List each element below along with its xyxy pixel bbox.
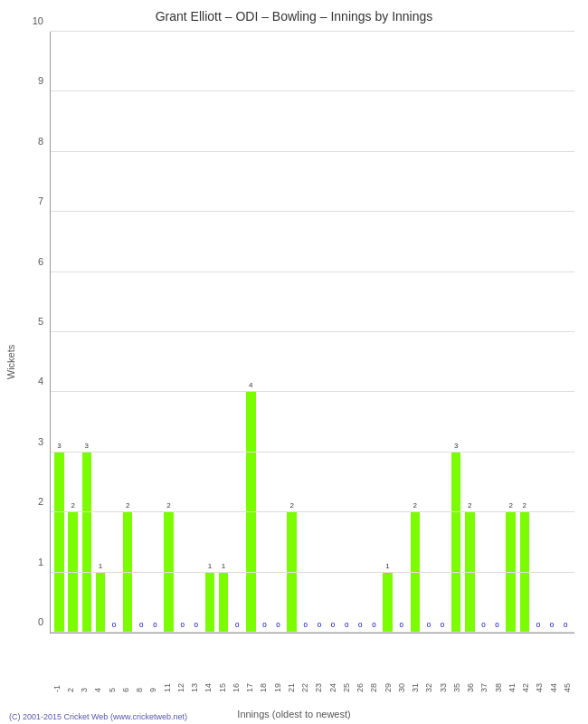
x-axis-label: 45 [563, 638, 572, 692]
bar-group: 0 [189, 32, 203, 633]
bar-value-label: 0 [153, 621, 156, 629]
y-axis-label: 10 [14, 15, 43, 26]
bar-value-label: 0 [180, 621, 184, 629]
x-axis-label: 8 [135, 638, 144, 692]
bar-value-label: 0 [495, 621, 498, 629]
x-axis-label: 4 [93, 638, 102, 692]
x-axis-label: 31 [411, 638, 420, 692]
grid-line [51, 511, 574, 512]
bar-value-label: 0 [427, 621, 431, 629]
bar-value-label: 4 [249, 381, 252, 389]
bar-value-label: 0 [262, 621, 266, 629]
bar-group: 0 [422, 32, 435, 633]
bar-group: 0 [490, 32, 504, 633]
bar: 1 [383, 573, 393, 633]
x-axis-label: 33 [439, 638, 448, 692]
x-axis-label: 43 [535, 638, 544, 692]
x-axis-label: 23 [314, 638, 323, 692]
bars-container: 32310200200110400200000010200320022000 [51, 32, 574, 633]
bar-value-label: 0 [331, 621, 335, 629]
bar-value-label: 0 [441, 621, 444, 629]
bar-value-label: 0 [358, 621, 362, 629]
bar-group: 0 [531, 32, 545, 633]
grid-line [51, 151, 574, 152]
x-axis-label: 25 [342, 638, 351, 692]
bar-value-label: 0 [481, 621, 485, 629]
x-axis-title: Innings (oldest to newest) [237, 709, 350, 719]
x-axis-label: 35 [452, 638, 461, 692]
grid-line [51, 572, 574, 573]
x-axis-label: 9 [148, 638, 157, 692]
bar-group: 2 [66, 32, 80, 633]
bar-value-label: 1 [222, 562, 225, 570]
bar-group: 2 [463, 32, 477, 633]
y-axis-label: 2 [14, 496, 43, 507]
copyright: (C) 2001-2015 Cricket Web (www.cricketwe… [9, 712, 187, 721]
bar-value-label: 0 [112, 621, 116, 629]
bar-group: 0 [312, 32, 326, 633]
bar-group: 2 [504, 32, 517, 633]
bar-value-label: 2 [71, 501, 74, 510]
bar-value-label: 2 [289, 501, 293, 510]
bar-group: 2 [121, 32, 135, 633]
bar: 1 [205, 573, 215, 633]
grid-line [51, 331, 574, 332]
bar-group: 2 [408, 32, 422, 633]
bar: 3 [451, 452, 461, 633]
bar-value-label: 3 [57, 442, 61, 450]
bar-group: 1 [93, 32, 107, 633]
x-axis-label: 3 [80, 638, 89, 692]
bar-value-label: 0 [345, 621, 348, 629]
x-axis-label: 22 [300, 638, 309, 692]
x-axis-label: 12 [176, 638, 185, 692]
bar-value-label: 2 [468, 501, 471, 510]
bar-group: 0 [299, 32, 312, 633]
bar-group: 0 [340, 32, 354, 633]
y-axis-label: 3 [14, 436, 43, 447]
x-axis-label: -1 [52, 638, 62, 692]
chart-container: Grant Elliott – ODI – Bowling – Innings … [0, 0, 588, 724]
bar-value-label: 0 [235, 621, 239, 629]
bar-group: 0 [108, 32, 121, 633]
x-axis-label: 2 [66, 638, 75, 692]
bar-value-label: 2 [523, 501, 526, 510]
grid-line [51, 90, 574, 91]
x-axis-label: 44 [549, 638, 558, 692]
x-axis-label: 37 [479, 638, 488, 692]
bar-value-label: 0 [276, 621, 280, 629]
bar-value-label: 2 [126, 501, 129, 510]
x-axis-label: 6 [121, 638, 130, 692]
chart-area: 32310200200110400200000010200320022000 0… [50, 32, 574, 634]
bar-value-label: 0 [536, 621, 540, 629]
bar-group: 2 [162, 32, 175, 633]
bar-group: 0 [148, 32, 162, 633]
bar-group: 0 [271, 32, 285, 633]
grid-line [51, 211, 574, 212]
bar-group: 2 [517, 32, 531, 633]
x-axis-label: 17 [245, 638, 254, 692]
bar: 1 [96, 573, 106, 633]
y-axis-label: 4 [14, 376, 43, 386]
bar-group: 0 [545, 32, 559, 633]
y-axis-label: 5 [14, 316, 43, 327]
grid-line [51, 632, 574, 633]
bar-group: 0 [354, 32, 367, 633]
y-axis-label: 0 [14, 616, 43, 627]
bar-value-label: 0 [318, 621, 321, 629]
bar-group: 0 [175, 32, 189, 633]
bar-value-label: 0 [550, 621, 554, 629]
x-axis-label: 18 [259, 638, 268, 692]
y-axis-label: 6 [14, 256, 43, 267]
bar-group: 0 [559, 32, 573, 633]
y-axis-title: Wickets [5, 345, 16, 380]
x-axis-label: 21 [287, 638, 296, 692]
bar-group: 0 [367, 32, 381, 633]
bar-group: 0 [231, 32, 244, 633]
x-axis-label: 29 [384, 638, 393, 692]
y-axis-label: 9 [14, 75, 43, 86]
grid-line [51, 391, 574, 392]
bar-value-label: 3 [454, 442, 458, 450]
x-axis-label: 32 [424, 638, 433, 692]
x-axis-label: 28 [369, 638, 378, 692]
bar-value-label: 0 [564, 621, 567, 629]
